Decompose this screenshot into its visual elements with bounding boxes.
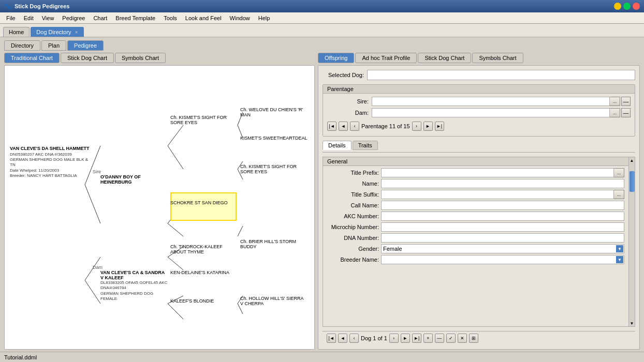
- scroll-up-btn[interactable]: ▲: [630, 157, 634, 163]
- general-title: General: [323, 157, 628, 166]
- right-tabs: Offspring Ad hoc Trait Profile Stick Dog…: [318, 53, 640, 63]
- dam-ellipsis-btn[interactable]: ...: [610, 108, 620, 117]
- bottom-next2-btn[interactable]: ►: [401, 334, 410, 343]
- akc-input[interactable]: [381, 212, 624, 221]
- chart-tab-stick-dog[interactable]: Stick Dog Chart: [61, 53, 114, 63]
- minimize-button[interactable]: [614, 3, 621, 10]
- selected-dog-input[interactable]: [367, 70, 635, 80]
- sire-name: O'DANNY BOY OF HEINERBURG: [100, 174, 165, 185]
- svg-line-3: [85, 280, 100, 304]
- scroll-down-btn[interactable]: ▼: [630, 320, 634, 326]
- parentage-prev-btn[interactable]: ◄: [339, 122, 348, 131]
- sire-label: Sire: [93, 169, 101, 174]
- gen-label-dna: DNA Number:: [327, 235, 379, 241]
- chart-tabs-left: Traditional Chart Stick Dog Chart Symbol…: [4, 53, 315, 63]
- gen-label-title-prefix: Title Prefix:: [327, 170, 379, 176]
- bottom-nav-text: Dog 1 of 1: [361, 335, 387, 341]
- general-scrollbar[interactable]: ▲ ▼: [628, 157, 635, 326]
- chart-tab-traditional[interactable]: Traditional Chart: [4, 53, 60, 63]
- title-suffix-btn[interactable]: ...: [614, 190, 624, 199]
- sire-dash-btn[interactable]: —: [621, 97, 631, 106]
- scroll-thumb[interactable]: [630, 171, 635, 192]
- right-tab-stick-dog[interactable]: Stick Dog Chart: [418, 53, 471, 63]
- parentage-prev2-btn[interactable]: ‹: [350, 122, 359, 131]
- left-panel: Traditional Chart Stick Dog Chart Symbol…: [4, 53, 315, 350]
- tab-directory[interactable]: Directory: [4, 40, 40, 51]
- dam-input[interactable]: [372, 108, 610, 117]
- gg6: KEN-DELAINE'S KATARINA: [170, 270, 238, 275]
- breeder-input[interactable]: [381, 255, 624, 264]
- selected-empty-node[interactable]: [170, 192, 237, 221]
- dam-label: Dam: [93, 265, 103, 270]
- bottom-x-btn[interactable]: ✕: [458, 334, 467, 343]
- svg-line-16: [238, 226, 243, 236]
- ggg6: Ch. HOLLOW HILL'S' SIERRA V CHERPA: [240, 296, 308, 306]
- maximize-button[interactable]: [623, 3, 631, 10]
- menu-look-and-feel[interactable]: Look and Feel: [181, 14, 226, 22]
- sire-row: Sire: ... —: [327, 97, 631, 106]
- tab-pedigree[interactable]: Pedigree: [67, 40, 104, 51]
- dam-dash-btn[interactable]: —: [621, 108, 631, 117]
- detail-tab-details[interactable]: Details: [323, 141, 352, 150]
- menu-help[interactable]: Help: [254, 14, 274, 22]
- window-controls: [614, 3, 640, 10]
- gender-select[interactable]: Female Male: [381, 244, 624, 253]
- title-prefix-btn[interactable]: ...: [614, 168, 624, 177]
- tab-close-btn[interactable]: ×: [75, 29, 78, 35]
- parentage-first-btn[interactable]: |◄: [327, 122, 336, 131]
- title-suffix-input[interactable]: [381, 190, 614, 199]
- menu-chart[interactable]: Chart: [89, 14, 111, 22]
- close-window-button[interactable]: [633, 3, 640, 10]
- bottom-add-btn[interactable]: +: [423, 334, 433, 343]
- general-fields: Title Prefix: ... Name:: [323, 166, 628, 266]
- bottom-prev-btn[interactable]: ◄: [338, 334, 347, 343]
- gen-label-gender: Gender:: [327, 246, 379, 252]
- parentage-nav-text: Parentage 11 of 15: [361, 123, 410, 129]
- parentage-next-btn[interactable]: ›: [412, 122, 421, 131]
- right-tab-offspring[interactable]: Offspring: [318, 53, 354, 63]
- gg7: KALEEF'S BLONDIE: [170, 298, 238, 304]
- selected-dog-label: Selected Dog:: [323, 72, 364, 78]
- right-panel: Offspring Ad hoc Trait Profile Stick Dog…: [318, 53, 640, 350]
- name-input[interactable]: [381, 179, 624, 188]
- bottom-check-btn[interactable]: ✓: [446, 334, 456, 343]
- menu-edit[interactable]: Edit: [20, 14, 38, 22]
- parentage-next2-btn[interactable]: ►: [423, 122, 433, 131]
- menu-view[interactable]: View: [38, 14, 58, 22]
- dam-field-label: Dam:: [327, 110, 369, 116]
- sire-ellipsis-btn[interactable]: ...: [610, 97, 620, 106]
- chart-tab-symbols[interactable]: Symbols Chart: [115, 53, 166, 63]
- bottom-delete-btn[interactable]: —: [435, 334, 444, 343]
- gen-label-title-suffix: Title Suffix:: [327, 191, 379, 198]
- bottom-first-btn[interactable]: |◄: [327, 334, 336, 343]
- parentage-last-btn[interactable]: ►|: [435, 122, 444, 131]
- bottom-grid-btn[interactable]: ⊞: [469, 334, 478, 343]
- svg-line-7: [168, 223, 183, 236]
- bottom-last-btn[interactable]: ►|: [412, 334, 421, 343]
- tab-plan[interactable]: Plan: [41, 40, 66, 51]
- dna-input[interactable]: [381, 233, 624, 243]
- right-tab-symbols[interactable]: Symbols Chart: [472, 53, 523, 63]
- detail-tabs: Details Traits: [323, 141, 635, 153]
- detail-tab-traits[interactable]: Traits: [353, 141, 378, 150]
- title-prefix-input[interactable]: [381, 168, 614, 177]
- menu-window[interactable]: Window: [226, 14, 254, 22]
- call-name-input[interactable]: [381, 201, 624, 210]
- menu-tools[interactable]: Tools: [159, 14, 181, 22]
- gen-row-title-suffix: Title Suffix: ...: [327, 190, 624, 199]
- tab-home[interactable]: Home: [3, 27, 30, 37]
- gen-row-breeder: Breeder Name: ▼: [327, 255, 624, 264]
- tab-dog-directory[interactable]: Dog Directory ×: [31, 27, 83, 37]
- bottom-prev2-btn[interactable]: ‹: [349, 334, 359, 343]
- menu-file[interactable]: File: [2, 14, 20, 22]
- menu-pedigree[interactable]: Pedigree: [58, 14, 89, 22]
- status-bar: Tutorial.ddml: [0, 352, 644, 362]
- gen-row-gender: Gender: Female Male ▼: [327, 244, 624, 253]
- microchip-input[interactable]: [381, 222, 624, 232]
- right-tab-adhoc[interactable]: Ad hoc Trait Profile: [355, 53, 417, 63]
- menu-breed-template[interactable]: Breed Template: [111, 14, 159, 22]
- bottom-next-btn[interactable]: ›: [389, 334, 399, 343]
- gen-row-akc: AKC Number:: [327, 212, 624, 221]
- gg1: Ch. KISMET'S SIGHT FOR SORE EYES: [170, 115, 238, 125]
- sire-input[interactable]: [372, 97, 610, 106]
